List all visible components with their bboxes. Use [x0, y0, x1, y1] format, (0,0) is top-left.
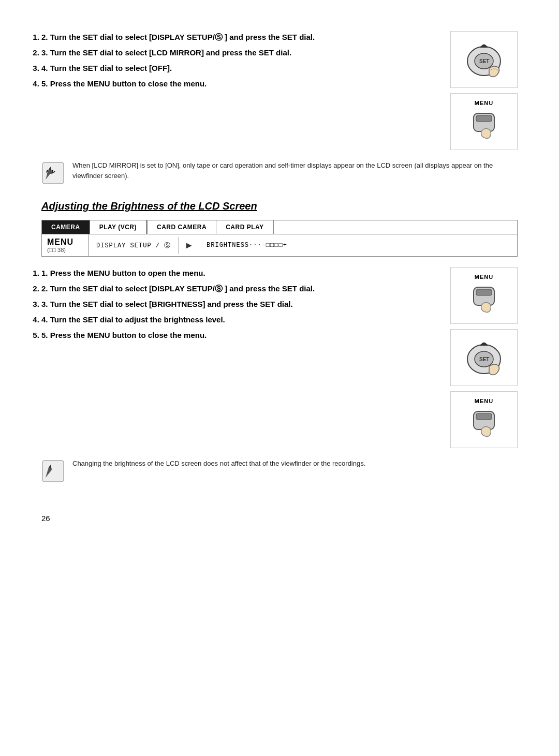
- menu-button-icon: MENU: [466, 100, 502, 143]
- step-3: 3. Turn the SET dial to select [LCD MIRR…: [41, 47, 440, 59]
- bottom-steps-col: 1. Press the MENU button to open the men…: [41, 267, 440, 448]
- menu-display-setup: DISPLAY SETUP / Ⓢ: [89, 237, 179, 254]
- page-number: 26: [41, 514, 518, 523]
- step-4: 4. Turn the SET dial to select [OFF].: [41, 62, 440, 75]
- note-icon-top: ✏: [41, 161, 65, 185]
- bottom-step-1: 1. Press the MENU button to open the men…: [41, 267, 440, 279]
- top-steps-list: 2. Turn the SET dial to select [DISPLAY …: [41, 31, 440, 150]
- bottom-menu-label-2: MENU: [466, 398, 502, 404]
- bottom-steps-list: 1. Press the MENU button to open the men…: [41, 267, 440, 342]
- bottom-menu-svg-2: [466, 406, 502, 440]
- menu-ref: (□□ 38): [47, 247, 83, 253]
- svg-rect-14: [42, 461, 64, 482]
- menu-arrow: ►: [179, 240, 199, 251]
- tab-card-play[interactable]: CARD PLAY: [216, 220, 273, 234]
- menu-content: DISPLAY SETUP / Ⓢ ► BRIGHTNESS···–□□□□+: [89, 234, 517, 256]
- bottom-step-5: 5. Press the MENU button to close the me…: [41, 329, 440, 342]
- bottom-step-4: 4. Turn the SET dial to adjust the brigh…: [41, 314, 440, 326]
- bottom-menu-svg-1: [466, 282, 502, 316]
- svg-rect-13: [476, 413, 492, 420]
- step-2: 2. Turn the SET dial to select [DISPLAY …: [41, 31, 440, 43]
- bottom-section: 1. Press the MENU button to open the men…: [41, 267, 518, 448]
- bottom-right-col: MENU SET MENU: [450, 267, 518, 448]
- tab-play-vcr[interactable]: PLAY (VCR): [90, 220, 146, 234]
- bottom-menu-icon-box-2: MENU: [450, 391, 518, 448]
- tab-bar: CAMERA PLAY (VCR) CARD CAMERA CARD PLAY: [41, 220, 518, 234]
- svg-text:SET: SET: [479, 357, 489, 362]
- tab-camera[interactable]: CAMERA: [42, 220, 90, 234]
- bottom-menu-label-1: MENU: [466, 274, 502, 280]
- menu-row: MENU (□□ 38) DISPLAY SETUP / Ⓢ ► BRIGHTN…: [41, 234, 518, 257]
- set-dial-icon-box: SET: [450, 31, 518, 88]
- top-note: ✏ When [LCD MIRROR] is set to [ON], only…: [41, 160, 518, 185]
- set-dial-icon: SET: [461, 36, 507, 83]
- top-note-text: When [LCD MIRROR] is set to [ON], only t…: [72, 160, 518, 181]
- menu-button-svg: [466, 108, 502, 142]
- bottom-step-3: 3. Turn the SET dial to select [BRIGHTNE…: [41, 298, 440, 310]
- svg-rect-8: [476, 289, 492, 295]
- bottom-menu-button-1: MENU: [466, 274, 502, 317]
- step-5: 5. Press the MENU button to close the me…: [41, 78, 440, 90]
- bottom-menu-button-2: MENU: [466, 398, 502, 441]
- bottom-set-dial-box: SET: [450, 329, 518, 386]
- tab-card-camera[interactable]: CARD CAMERA: [148, 220, 216, 234]
- bottom-menu-icon-box-1: MENU: [450, 267, 518, 324]
- menu-brightness: BRIGHTNESS···–□□□□+: [199, 238, 295, 253]
- note-icon-bottom: [41, 459, 65, 483]
- svg-text:SET: SET: [479, 58, 489, 64]
- top-section: 2. Turn the SET dial to select [DISPLAY …: [41, 31, 518, 150]
- menu-label-cell: MENU (□□ 38): [42, 234, 89, 256]
- bottom-step-2: 2. Turn the SET dial to select [DISPLAY …: [41, 283, 440, 295]
- top-icons: SET MENU: [450, 31, 518, 150]
- bottom-note: Changing the brightness of the LCD scree…: [41, 458, 518, 483]
- section-title: Adjusting the Brightness of the LCD Scre…: [41, 200, 518, 212]
- bottom-set-dial-icon: SET: [461, 334, 507, 381]
- menu-icon-box-top: MENU: [450, 93, 518, 150]
- svg-rect-4: [476, 115, 492, 122]
- bottom-note-text: Changing the brightness of the LCD scree…: [72, 458, 365, 469]
- menu-label-top: MENU: [466, 100, 502, 106]
- steps-list: 2. Turn the SET dial to select [DISPLAY …: [41, 31, 440, 90]
- menu-word: MENU: [47, 238, 83, 247]
